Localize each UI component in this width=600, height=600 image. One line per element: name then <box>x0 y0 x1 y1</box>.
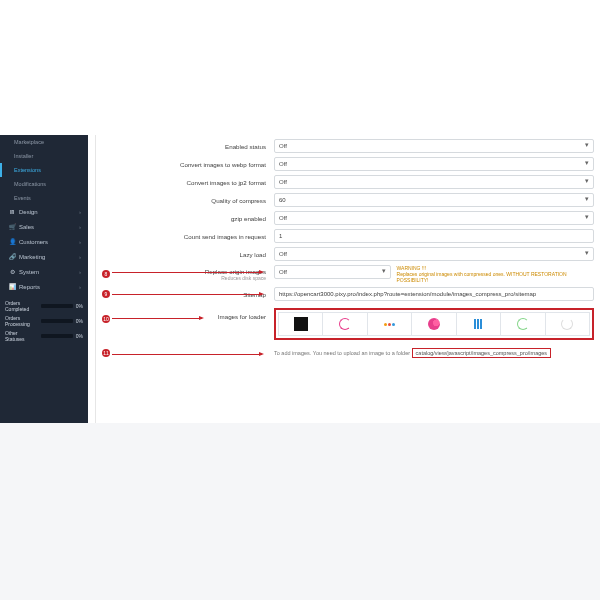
chevron-right-icon: › <box>79 224 81 230</box>
chevron-right-icon: › <box>79 209 81 215</box>
stat-other-statuses: Other Statuses0% <box>5 330 83 342</box>
label-quality: Quality of compress <box>106 197 274 204</box>
label-gzip: gzip enabled <box>106 215 274 222</box>
select-convert-jp2[interactable]: Off <box>274 175 594 189</box>
loader-option-spinner-pink[interactable] <box>323 313 367 335</box>
select-convert-webp[interactable]: Off <box>274 157 594 171</box>
callout-arrow-11 <box>112 354 262 355</box>
loader-option-spinner-grey[interactable] <box>546 313 589 335</box>
label-replace-origin: Replace origin imagesReduces disk space <box>106 268 274 281</box>
panel-edge <box>95 135 100 423</box>
callout-arrow-8 <box>112 272 262 273</box>
chevron-right-icon: › <box>79 239 81 245</box>
chevron-right-icon: › <box>79 269 81 275</box>
callout-arrow-9 <box>112 294 262 295</box>
spinner-icon <box>561 318 573 330</box>
select-replace-origin[interactable]: Off <box>274 265 391 279</box>
top-whitespace <box>0 0 600 135</box>
select-enabled-status[interactable]: Off <box>274 139 594 153</box>
chevron-right-icon: › <box>79 284 81 290</box>
loader-option-dots[interactable] <box>368 313 412 335</box>
label-count-send: Count send images in request <box>106 233 274 240</box>
select-quality[interactable]: 60 <box>274 193 594 207</box>
label-enabled-status: Enabled status <box>106 143 274 150</box>
sidebar-item-marketing[interactable]: 🔗Marketing› <box>0 249 88 264</box>
cart-icon: 🛒 <box>9 223 15 230</box>
black-square-icon <box>294 317 308 331</box>
sidebar-sub-events[interactable]: Events <box>0 191 88 205</box>
upload-note: To add images. You need to upload an ima… <box>274 347 594 359</box>
warning-replace-origin: WARNING !!!Replaces original images with… <box>397 265 594 283</box>
callout-badge-11: 11 <box>102 349 110 357</box>
spinner-icon <box>517 318 529 330</box>
loader-option-disc[interactable] <box>412 313 456 335</box>
gear-icon: ⚙ <box>9 268 15 275</box>
sidebar-item-reports[interactable]: 📊Reports› <box>0 279 88 294</box>
sidebar-stats: Orders Completed0% Orders Processing0% O… <box>0 300 88 342</box>
user-icon: 👤 <box>9 238 15 245</box>
spinner-icon <box>339 318 351 330</box>
callout-badge-8: 8 <box>102 270 110 278</box>
sidebar-sub-marketplace[interactable]: Marketplace <box>0 135 88 149</box>
label-convert-webp: Convert images to webp format <box>106 161 274 168</box>
label-convert-jp2: Convert images to jp2 format <box>106 179 274 186</box>
loader-option-spinner-green[interactable] <box>501 313 545 335</box>
chart-icon: 📊 <box>9 283 15 290</box>
loader-gallery <box>274 308 594 340</box>
upload-path-highlight: catalog/view/javascript/images_compress_… <box>412 348 551 358</box>
sidebar-sub-installer[interactable]: Installer <box>0 149 88 163</box>
input-sitemap[interactable]: https://opencart3000.pixy.pro/index.php?… <box>274 287 594 301</box>
sidebar-sub-extensions[interactable]: Extensions <box>0 163 88 177</box>
sidebar-item-sales[interactable]: 🛒Sales› <box>0 219 88 234</box>
input-count-send[interactable]: 1 <box>274 229 594 243</box>
sidebar-item-system[interactable]: ⚙System› <box>0 264 88 279</box>
dots-icon <box>384 323 395 326</box>
select-gzip[interactable]: Off <box>274 211 594 225</box>
bars-icon <box>474 319 482 329</box>
label-lazy: Lazy load <box>106 251 274 258</box>
sidebar-item-customers[interactable]: 👤Customers› <box>0 234 88 249</box>
loader-option-black[interactable] <box>279 313 323 335</box>
sidebar: Marketplace Installer Extensions Modific… <box>0 135 88 423</box>
stat-orders-processing: Orders Processing0% <box>5 315 83 327</box>
callout-badge-9: 9 <box>102 290 110 298</box>
sidebar-sub-modifications[interactable]: Modifications <box>0 177 88 191</box>
share-icon: 🔗 <box>9 253 15 260</box>
pink-disc-icon <box>428 318 440 330</box>
sidebar-item-design[interactable]: 🖥Design› <box>0 205 88 219</box>
chevron-right-icon: › <box>79 254 81 260</box>
callout-badge-10: 10 <box>102 315 110 323</box>
callout-arrow-10 <box>112 318 202 319</box>
stat-orders-completed: Orders Completed0% <box>5 300 83 312</box>
design-icon: 🖥 <box>9 209 15 215</box>
select-lazy[interactable]: Off <box>274 247 594 261</box>
content-panel: Enabled status Off Convert images to web… <box>88 135 600 423</box>
loader-option-bars[interactable] <box>457 313 501 335</box>
